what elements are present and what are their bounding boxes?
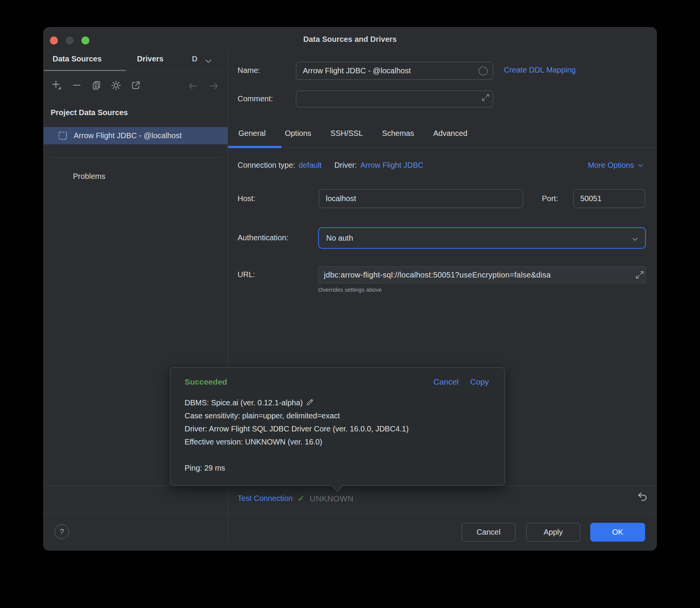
apply-button[interactable]: Apply — [526, 523, 580, 542]
connection-type-row: Connection type: default Driver: Arrow F… — [238, 161, 424, 170]
edit-pencil-icon[interactable] — [305, 398, 314, 406]
driver-value[interactable]: Arrow Flight JDBC — [360, 161, 423, 170]
datasource-list-item-selected[interactable]: Arrow Flight JDBC - @localhost — [44, 127, 228, 144]
sidebar-tab-strip: Data Sources Drivers D — [44, 50, 228, 71]
check-icon: ✓ — [297, 494, 304, 503]
create-ddl-mapping-link[interactable]: Create DDL Mapping — [504, 66, 576, 74]
comment-input[interactable] — [296, 91, 493, 107]
tab-drivers[interactable]: Drivers — [137, 55, 163, 63]
more-options-button[interactable]: More Options — [588, 161, 644, 170]
host-label: Host: — [238, 194, 256, 203]
forward-arrow-icon[interactable] — [208, 81, 219, 91]
driver-label: Driver: — [334, 161, 357, 170]
chevron-down-icon — [637, 162, 644, 169]
settings-tab-strip: General Options SSH/SSL Schemas Advanced — [238, 129, 467, 138]
host-value: localhost — [319, 194, 356, 203]
tab-ssh-ssl[interactable]: SSH/SSL — [330, 129, 363, 138]
url-label: URL: — [238, 270, 255, 279]
tab-schemas[interactable]: Schemas — [382, 129, 414, 138]
expand-icon[interactable] — [481, 93, 490, 102]
authentication-select[interactable]: No auth — [318, 227, 646, 249]
data-sources-dialog: Data Sources and Drivers Data Sources Dr… — [43, 27, 657, 550]
tabs-separator — [228, 147, 657, 148]
comment-label: Comment: — [238, 94, 273, 103]
cancel-button[interactable]: Cancel — [462, 523, 515, 542]
problems-label[interactable]: Problems — [73, 172, 105, 181]
duplicate-icon[interactable] — [91, 80, 101, 90]
sidebar-toolbar — [44, 71, 228, 100]
popup-copy-link[interactable]: Copy — [470, 377, 489, 387]
help-label: ? — [59, 527, 64, 536]
port-input[interactable]: 50051 — [573, 189, 645, 208]
authentication-value: No auth — [319, 234, 353, 243]
project-data-sources-header: Project Data Sources — [51, 108, 128, 117]
popup-cancel-link[interactable]: Cancel — [434, 377, 459, 387]
more-options-label: More Options — [588, 161, 634, 170]
chevron-down-icon — [631, 235, 639, 243]
open-in-editor-icon[interactable] — [131, 80, 141, 90]
connection-type-label: Connection type: — [238, 161, 295, 170]
back-arrow-icon[interactable] — [188, 81, 198, 91]
tab-data-sources[interactable]: Data Sources — [53, 55, 102, 63]
host-input[interactable]: localhost — [319, 189, 523, 208]
window-title: Data Sources and Drivers — [44, 35, 656, 44]
authentication-label: Authentication: — [238, 233, 288, 242]
add-icon[interactable] — [51, 80, 62, 91]
title-bar: Data Sources and Drivers — [44, 28, 656, 50]
sidebar-separator — [51, 157, 221, 158]
popup-driver-line: Driver: Arrow Flight SQL JDBC Driver Cor… — [185, 422, 493, 435]
popup-callout-arrow — [331, 479, 343, 491]
revert-icon[interactable] — [636, 491, 648, 503]
test-connection-link[interactable]: Test Connection — [238, 494, 292, 503]
connection-type-value[interactable]: default — [299, 161, 322, 170]
name-input[interactable]: Arrow Flight JDBC - @localhost — [296, 62, 493, 80]
tab-truncated[interactable]: D — [192, 55, 199, 63]
popup-case-line: Case sensitivity: plain=upper, delimited… — [185, 409, 493, 422]
tab-options[interactable]: Options — [285, 129, 311, 138]
test-connection-result-popup: Succeeded Cancel Copy DBMS: Spice.ai (ve… — [170, 367, 505, 486]
tab-advanced[interactable]: Advanced — [433, 129, 467, 138]
datasource-icon — [58, 131, 68, 141]
test-connection-status: UNKNOWN — [310, 494, 353, 503]
url-input[interactable]: jdbc:arrow-flight-sql://localhost:50051?… — [318, 266, 646, 283]
gear-icon[interactable] — [111, 80, 121, 91]
popup-status: Succeeded — [185, 377, 227, 387]
active-settings-tab-indicator — [228, 146, 282, 148]
datasource-item-label: Arrow Flight JDBC - @localhost — [74, 131, 182, 140]
help-button[interactable]: ? — [54, 524, 69, 539]
port-label: Port: — [542, 194, 558, 203]
popup-ping-line: Ping: 29 ms — [185, 461, 493, 474]
expand-icon[interactable] — [635, 270, 645, 280]
port-value: 50051 — [574, 194, 602, 203]
active-tab-underline — [44, 70, 126, 71]
tab-general[interactable]: General — [238, 129, 266, 138]
url-value: jdbc:arrow-flight-sql://localhost:50051?… — [319, 271, 551, 279]
chevron-down-icon[interactable] — [204, 57, 213, 65]
url-hint: Overrides settings above — [318, 286, 382, 293]
ok-button[interactable]: OK — [590, 523, 645, 542]
name-circle-icon — [478, 66, 488, 76]
name-label: Name: — [238, 66, 260, 75]
name-value: Arrow Flight JDBC - @localhost — [296, 66, 411, 75]
remove-icon[interactable] — [72, 80, 82, 90]
footer-separator — [44, 513, 657, 514]
popup-version-line: Effective version: UNKNOWN (ver. 16.0) — [185, 435, 493, 448]
test-connection-bar: Test Connection ✓ UNKNOWN — [238, 494, 353, 503]
test-bar-separator — [44, 486, 657, 486]
popup-dbms-line: DBMS: Spice.ai (ver. 0.12.1-alpha) — [185, 396, 493, 409]
